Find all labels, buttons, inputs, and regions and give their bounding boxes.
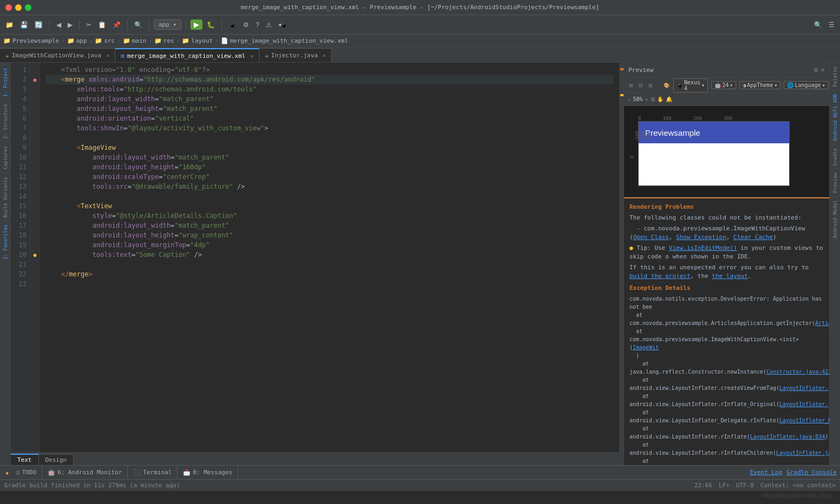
pan-btn[interactable]: ✋ — [657, 96, 664, 102]
code-line-1: <?xml version="1.0" encoding="utf-8"?> — [45, 65, 614, 75]
toolbar-find-btn[interactable]: 🔍 — [132, 20, 145, 30]
code-line-2: <merge xmlns:android="http://schemas.and… — [45, 75, 614, 84]
layoutinflater1-link[interactable]: LayoutInflater.j — [779, 385, 829, 391]
debug-btn[interactable]: 🐛 — [205, 20, 217, 30]
constructor-link[interactable]: Constructor.java:423 — [766, 369, 829, 375]
zoom-out-btn[interactable]: − — [627, 96, 631, 103]
clear-cache-link[interactable]: Clear Cache — [733, 234, 773, 241]
gradle-console-link[interactable]: Gradle Console — [786, 469, 837, 476]
bottom-tab-todo[interactable]: ☑ TODO — [11, 466, 42, 479]
warn-btn[interactable]: ⚠ — [264, 20, 274, 30]
right-tab-preview[interactable]: Preview — [831, 169, 839, 196]
device-btn[interactable]: 📲 — [276, 20, 288, 30]
help-btn[interactable]: ? — [253, 20, 261, 30]
maximize-button[interactable] — [25, 4, 31, 11]
app-selector[interactable]: app ▾ — [154, 19, 181, 30]
theme-selector[interactable]: ◑ AppTheme ▾ — [739, 81, 780, 89]
tab-close-2[interactable]: ✕ — [323, 52, 326, 58]
tab-merge-xml[interactable]: ⊞ merge_image_with_caption_view.xml ✕ — [115, 48, 259, 62]
editor-tab-text[interactable]: Text — [11, 454, 39, 465]
breadcrumb-res[interactable]: 📁 res — [154, 37, 174, 44]
toolbar-save-btn[interactable]: 💾 — [18, 20, 30, 30]
left-tab-favorites[interactable]: 2: Favorites — [2, 221, 9, 263]
avd-btn[interactable]: 📱 — [226, 20, 239, 30]
tab-close-0[interactable]: ✕ — [106, 52, 109, 58]
preview-close-btn[interactable]: ✕ — [821, 67, 825, 73]
grid3-btn[interactable]: ⊞ — [647, 82, 654, 89]
toolbar-back-btn[interactable]: ◀ — [54, 20, 63, 30]
window-controls[interactable] — [5, 4, 31, 11]
left-tab-structure[interactable]: 2: Structure — [2, 100, 9, 142]
star-btn[interactable]: ★ — [3, 469, 11, 476]
code-line-21 — [45, 260, 614, 269]
breadcrumb-previewsample[interactable]: 📁 Previewsample — [3, 37, 59, 44]
grid-btn[interactable]: ⊞ — [627, 82, 635, 89]
breadcrumb-file[interactable]: 📄 merge_image_with_caption_view.xml — [221, 37, 349, 44]
breadcrumb-layout[interactable]: 📁 layout — [182, 37, 213, 44]
preview-settings-btn[interactable]: ⚙ — [813, 67, 818, 73]
layoutinflater3-link[interactable]: LayoutInflater_Del — [779, 417, 829, 423]
language-selector[interactable]: 🌐 Language ▾ — [784, 81, 828, 89]
right-tab-wifi-adb[interactable]: Android WiFi ADB — [831, 90, 839, 144]
tab-imagewithcaptionview[interactable]: ☕ ImageWithCaptionView.java ✕ — [0, 48, 115, 62]
settings-btn[interactable]: ☰ — [826, 20, 837, 30]
toolbar-folder-btn[interactable]: 📁 — [3, 20, 16, 30]
code-line-3: xmlns:tools="http://schemas.android.com/… — [45, 84, 614, 94]
toolbar-paste-btn[interactable]: 📌 — [110, 20, 123, 30]
device-selector[interactable]: 📱 Nexus 4 ▾ — [673, 78, 708, 92]
build-project-link[interactable]: build the project — [629, 273, 691, 280]
right-tab-gradle[interactable]: Gradle — [831, 144, 839, 169]
breadcrumb-app[interactable]: 📁 app — [67, 37, 87, 44]
toolbar-forward-btn[interactable]: ▶ — [65, 20, 75, 30]
zoom-fit-btn[interactable]: ⊞ — [651, 96, 655, 102]
rp-extra: If this is an unexpected error you can a… — [629, 263, 824, 281]
layoutinflater2-link[interactable]: LayoutInflater.java — [779, 401, 829, 407]
left-tab-build-variants[interactable]: Build Variants — [2, 173, 9, 221]
grid2-btn[interactable]: ⊟ — [637, 82, 645, 89]
left-tab-project[interactable]: 1: Project — [2, 64, 9, 100]
bottom-tab-android-monitor[interactable]: 🤖 6: Android Monitor — [42, 466, 128, 479]
code-editor[interactable]: <?xml version="1.0" encoding="utf-8"?> <… — [40, 63, 619, 452]
bell-btn[interactable]: 🔔 — [666, 96, 672, 102]
toolbar-refresh-btn[interactable]: 🔄 — [32, 20, 45, 30]
layoutinflater5-link[interactable]: LayoutInflater.java:1 — [776, 450, 829, 456]
layout-link[interactable]: the layout — [712, 273, 747, 280]
bottom-tab-terminal[interactable]: ⬛ Terminal — [128, 466, 178, 479]
event-log-link[interactable]: Event Log — [750, 469, 783, 476]
search-everywhere-btn[interactable]: 🔍 — [812, 20, 824, 30]
code-line-19: android:layout_marginTop="4dp" — [45, 240, 614, 250]
exception-body: com.novoda.notils.exception.DeveloperErr… — [629, 295, 824, 465]
view-iseditmode-link[interactable]: View.isInEditMode() — [669, 244, 737, 251]
android-icon: 🤖 — [714, 82, 721, 88]
left-tab-captures[interactable]: Captures — [2, 142, 9, 173]
paint-btn[interactable]: 🎨 — [662, 82, 671, 89]
minimize-button[interactable] — [15, 4, 22, 11]
right-tab-palette[interactable]: Palette — [831, 63, 839, 90]
toolbar-copy-btn[interactable]: 📋 — [96, 20, 108, 30]
articl-link[interactable]: Articl — [815, 320, 829, 326]
run-button[interactable]: ▶ — [191, 19, 202, 30]
editor-tabs: ☕ ImageWithCaptionView.java ✕ ⊞ merge_im… — [0, 48, 840, 63]
exc-line-4: ) — [629, 352, 824, 360]
api-selector[interactable]: 🤖 24 ▾ — [711, 81, 736, 89]
code-line-17: android:layout_width="match_parent" — [45, 221, 614, 230]
sdk-btn[interactable]: ⚙ — [241, 20, 251, 30]
code-line-13: tools:src="@drawable/family_picture" /> — [45, 182, 614, 191]
layoutinflater4-link[interactable]: LayoutInflater.java:834 — [750, 434, 825, 440]
editor-tab-design[interactable]: Design — [39, 454, 74, 465]
right-tab-android-model[interactable]: Android Model — [831, 196, 839, 241]
breadcrumb-main[interactable]: 📁 main — [123, 37, 147, 44]
zoom-in-btn[interactable]: + — [645, 96, 648, 103]
bottom-tab-messages[interactable]: 📩 0: Messages — [178, 466, 238, 479]
tab-injector[interactable]: ☕ Injector.java ✕ — [259, 48, 332, 62]
breadcrumb-src[interactable]: 📁 src — [95, 37, 115, 44]
gutter-icons: ● ● — [30, 63, 40, 452]
tab-close-1[interactable]: ✕ — [250, 53, 253, 59]
warn-mark — [620, 94, 624, 96]
show-exception-link[interactable]: Show Exception — [676, 234, 726, 241]
open-class-link[interactable]: Open Class — [633, 234, 669, 241]
toolbar-cut-btn[interactable]: ✂ — [84, 20, 94, 30]
editor-area: 1 2 3 4 5 6 7 8 9 10 11 12 13 14 15 16 1… — [11, 63, 624, 465]
imagewit-link[interactable]: ImageWit — [633, 344, 659, 350]
close-button[interactable] — [5, 4, 12, 11]
